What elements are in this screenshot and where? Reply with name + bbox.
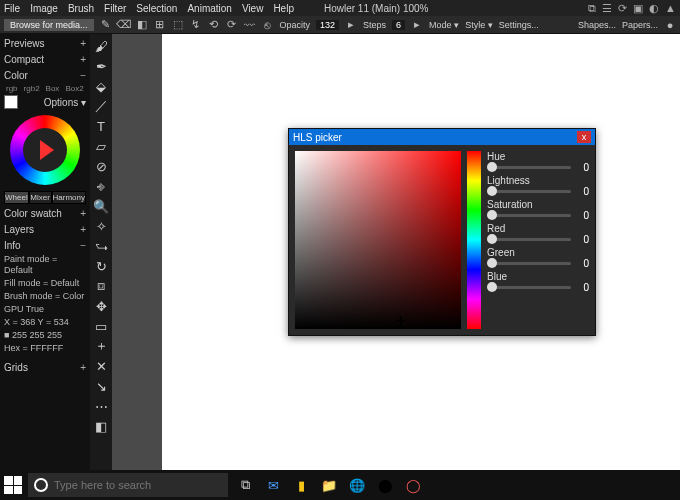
menu-selection[interactable]: Selection	[136, 3, 177, 14]
tool-icon[interactable]: ⟳	[226, 19, 238, 31]
cortana-icon[interactable]	[34, 478, 48, 492]
titlebar-icon[interactable]: ▣	[633, 2, 643, 15]
expand-icon[interactable]: +	[80, 224, 86, 235]
wand-tool-icon[interactable]: ✧	[93, 218, 109, 234]
tool-icon[interactable]: ⬚	[172, 19, 184, 31]
paper-color-icon[interactable]: ●	[664, 19, 676, 31]
panel-compact[interactable]: Compact	[4, 54, 44, 65]
panel-color[interactable]: Color	[4, 70, 28, 81]
taskbar-app-icon[interactable]: ✉	[262, 474, 284, 496]
titlebar-icon[interactable]: ◐	[649, 2, 659, 15]
lasso-tool-icon[interactable]: ⊘	[93, 158, 109, 174]
stepper-icon[interactable]: ▸	[411, 19, 423, 31]
shape-tool-icon[interactable]: ▱	[93, 138, 109, 154]
misc-tool-icon[interactable]: ⋯	[93, 398, 109, 414]
expand-icon[interactable]: +	[80, 38, 86, 49]
tool-icon[interactable]: 〰	[244, 19, 256, 31]
menu-view[interactable]: View	[242, 3, 264, 14]
hue-bar[interactable]	[467, 151, 481, 329]
panel-previews[interactable]: Previews	[4, 38, 45, 49]
eyedrop-tool-icon[interactable]: ⎆	[93, 178, 109, 194]
green-slider[interactable]	[487, 262, 571, 265]
line-tool-icon[interactable]: ／	[93, 98, 109, 114]
rotate-tool-icon[interactable]: ↻	[93, 258, 109, 274]
add-tool-icon[interactable]: ＋	[93, 338, 109, 354]
red-slider[interactable]	[487, 238, 571, 241]
panel-info[interactable]: Info	[4, 240, 21, 251]
tool-icon[interactable]: ◧	[136, 19, 148, 31]
swatch-tool-icon[interactable]: ◧	[93, 418, 109, 434]
options-dropdown[interactable]: Options ▾	[44, 97, 86, 108]
menu-animation[interactable]: Animation	[187, 3, 231, 14]
opacity-value[interactable]: 132	[316, 20, 339, 30]
steps-value[interactable]: 6	[392, 20, 405, 30]
titlebar-icon[interactable]: ☰	[602, 2, 612, 15]
tool-icon[interactable]: ↯	[190, 19, 202, 31]
settings-link[interactable]: Settings...	[499, 20, 539, 30]
blue-slider[interactable]	[487, 286, 571, 289]
expand-icon[interactable]: +	[80, 362, 86, 373]
panel-grids[interactable]: Grids	[4, 362, 28, 373]
search-input[interactable]	[54, 479, 204, 491]
color-swatch[interactable]	[4, 95, 18, 109]
menu-brush[interactable]: Brush	[68, 3, 94, 14]
search-box[interactable]	[28, 473, 228, 497]
cross-tool-icon[interactable]: ✕	[93, 358, 109, 374]
tab-harmony[interactable]: Harmony	[52, 191, 86, 204]
task-view-icon[interactable]: ⧉	[234, 474, 256, 496]
fill-tool-icon[interactable]: ⬙	[93, 78, 109, 94]
collapse-icon[interactable]: −	[80, 70, 86, 81]
expand-icon[interactable]: +	[80, 208, 86, 219]
collapse-icon[interactable]: −	[80, 240, 86, 251]
crop-tool-icon[interactable]: ⧈	[93, 278, 109, 294]
papers-link[interactable]: Papers...	[622, 20, 658, 30]
menu-filter[interactable]: Filter	[104, 3, 126, 14]
taskbar-app-icon[interactable]: 🌐	[346, 474, 368, 496]
tool-icon[interactable]: ⌫	[118, 19, 130, 31]
menu-image[interactable]: Image	[30, 3, 58, 14]
pen-tool-icon[interactable]: ✒	[93, 58, 109, 74]
move-tool-icon[interactable]: ⮑	[93, 238, 109, 254]
shapes-link[interactable]: Shapes...	[578, 20, 616, 30]
menu-help[interactable]: Help	[273, 3, 294, 14]
rect-tool-icon[interactable]: ▭	[93, 318, 109, 334]
color-gradient[interactable]	[295, 151, 461, 329]
titlebar-icon[interactable]: ▲	[665, 2, 676, 15]
taskbar-app-icon[interactable]: ◯	[402, 474, 424, 496]
tab-box[interactable]: Box	[44, 84, 62, 93]
tool-icon[interactable]: ✎	[100, 19, 112, 31]
dialog-titlebar[interactable]: HLS picker x	[289, 129, 595, 145]
brush-tool-icon[interactable]: 🖌	[93, 38, 109, 54]
taskbar-app-icon[interactable]: ▮	[290, 474, 312, 496]
close-button[interactable]: x	[577, 131, 591, 143]
text-tool-icon[interactable]: T	[93, 118, 109, 134]
panel-swatch[interactable]: Color swatch	[4, 208, 62, 219]
hand-tool-icon[interactable]: ✥	[93, 298, 109, 314]
taskbar-app-icon[interactable]: ⬤	[374, 474, 396, 496]
tab-rgb2[interactable]: rgb2	[22, 84, 42, 93]
hue-slider[interactable]	[487, 166, 571, 169]
arrow-tool-icon[interactable]: ↘	[93, 378, 109, 394]
panel-layers[interactable]: Layers	[4, 224, 34, 235]
titlebar-icon[interactable]: ⧉	[588, 2, 596, 15]
mode-dropdown[interactable]: Mode ▾	[429, 20, 459, 30]
style-dropdown[interactable]: Style ▾	[465, 20, 493, 30]
tool-icon[interactable]: ⟲	[208, 19, 220, 31]
start-button[interactable]	[4, 476, 22, 494]
tab-box2[interactable]: Box2	[63, 84, 85, 93]
zoom-tool-icon[interactable]: 🔍	[93, 198, 109, 214]
stepper-icon[interactable]: ▸	[345, 19, 357, 31]
titlebar-icon[interactable]: ⟳	[618, 2, 627, 15]
tool-icon[interactable]: ⎋	[262, 19, 274, 31]
saturation-slider[interactable]	[487, 214, 571, 217]
expand-icon[interactable]: +	[80, 54, 86, 65]
browse-button[interactable]: Browse for media...	[4, 19, 94, 31]
lightness-slider[interactable]	[487, 190, 571, 193]
color-wheel[interactable]	[10, 115, 80, 185]
menu-file[interactable]: File	[4, 3, 20, 14]
tab-rgb[interactable]: rgb	[4, 84, 20, 93]
taskbar-app-icon[interactable]: 📁	[318, 474, 340, 496]
tab-mixer[interactable]: Mixer	[29, 191, 52, 204]
tab-wheel[interactable]: Wheel	[4, 191, 29, 204]
tool-icon[interactable]: ⊞	[154, 19, 166, 31]
